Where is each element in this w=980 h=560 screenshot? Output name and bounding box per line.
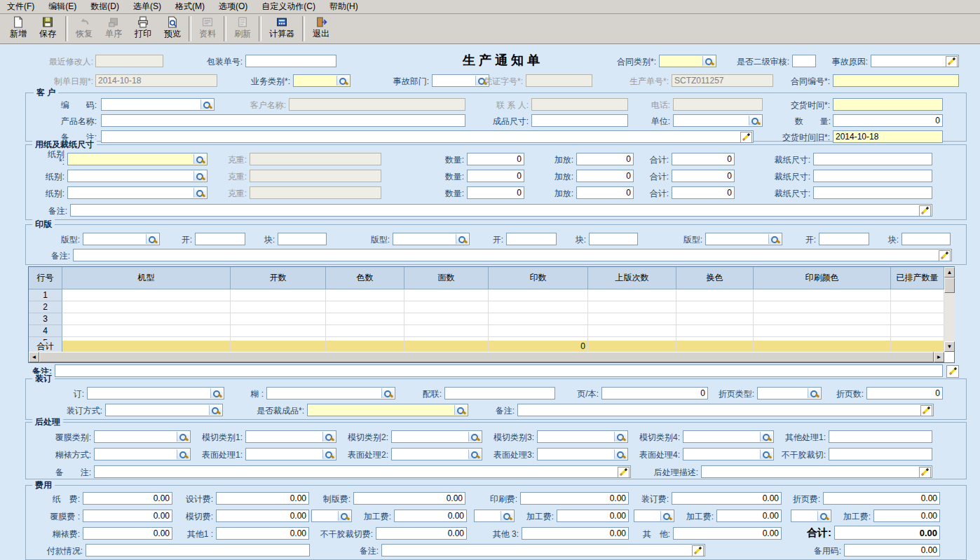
process2-fee-field[interactable]: 0.00 — [557, 510, 629, 522]
paper-total-field[interactable]: 0 — [672, 186, 735, 199]
menu-file[interactable]: 文件(F) — [0, 0, 41, 13]
package-no-field[interactable] — [245, 55, 336, 67]
contract-type-field[interactable] — [659, 55, 716, 67]
fees-remark-field[interactable] — [381, 544, 705, 556]
scroll-up-icon[interactable]: ▲ — [944, 267, 955, 278]
menu-format[interactable]: 格式(M) — [168, 0, 212, 13]
plate-type-field[interactable] — [83, 233, 160, 245]
fold-fee-field[interactable]: 0.00 — [823, 492, 940, 505]
diecut2-field[interactable] — [391, 430, 482, 443]
plate-block-field[interactable] — [278, 233, 327, 245]
edit-pencil-icon[interactable] — [919, 467, 931, 478]
lookup-icon[interactable] — [193, 188, 206, 198]
table-row[interactable]: 3 — [29, 313, 954, 325]
scroll-right-icon[interactable]: ► — [934, 352, 944, 362]
edit-pencil-icon[interactable] — [919, 205, 931, 217]
lookup-icon[interactable] — [209, 405, 222, 415]
lookup-icon[interactable] — [456, 234, 468, 244]
glue-field[interactable] — [266, 387, 395, 399]
lookup-icon[interactable] — [338, 511, 351, 521]
payment-field[interactable] — [86, 544, 310, 556]
edit-pencil-icon[interactable] — [939, 250, 951, 261]
product-name-field[interactable] — [101, 114, 465, 127]
paper-type-field[interactable] — [67, 170, 207, 182]
paper-remark-field[interactable] — [70, 204, 932, 217]
new-button[interactable]: 新增 — [4, 15, 32, 43]
paper-add-field[interactable]: 0 — [576, 170, 634, 182]
binding-fee-field[interactable]: 0.00 — [672, 492, 782, 505]
paper-type-field[interactable] — [67, 186, 207, 199]
lookup-icon[interactable] — [660, 511, 673, 521]
menu-data[interactable]: 数据(D) — [83, 0, 126, 13]
film-type-field[interactable] — [94, 430, 191, 443]
lookup-icon[interactable] — [193, 171, 206, 181]
staple-field[interactable] — [87, 387, 224, 399]
v-scroll-thumb[interactable] — [944, 278, 955, 293]
sticker-cut-field[interactable] — [829, 448, 932, 460]
calculator-button[interactable]: 计算器 — [264, 15, 300, 43]
lookup-icon[interactable] — [468, 449, 481, 459]
surface4-field[interactable] — [683, 448, 774, 460]
edit-pencil-icon[interactable] — [946, 365, 959, 378]
plate-type-field[interactable] — [705, 233, 782, 245]
menu-edit[interactable]: 编辑(E) — [41, 0, 83, 13]
paper-cut-field[interactable] — [813, 186, 932, 199]
diecut-fee-field[interactable]: 0.00 — [216, 510, 309, 522]
plate-block-field[interactable] — [589, 233, 638, 245]
paper-cut-field[interactable] — [813, 170, 932, 182]
plate-open-field[interactable] — [819, 233, 869, 245]
plate-open-field[interactable] — [195, 233, 245, 245]
table-row[interactable]: 4 — [29, 325, 954, 337]
paper-fee-field[interactable]: 0.00 — [83, 492, 172, 505]
table-row[interactable]: 1 — [29, 289, 954, 301]
lookup-icon[interactable] — [702, 56, 715, 66]
lookup-icon[interactable] — [177, 432, 189, 442]
accident-reason-field[interactable] — [871, 55, 959, 67]
lookup-icon[interactable] — [210, 388, 223, 398]
postprocess-desc-field[interactable] — [701, 465, 932, 478]
menu-help[interactable]: 帮助(H) — [322, 0, 365, 13]
design-fee-field[interactable]: 0.00 — [216, 492, 309, 505]
plate-block-field[interactable] — [901, 233, 951, 245]
print-button[interactable]: 打印 — [129, 15, 157, 43]
edit-pencil-icon[interactable] — [740, 132, 752, 143]
h-scroll-thumb[interactable] — [39, 352, 934, 362]
process3-fee-field[interactable]: 0.00 — [716, 510, 782, 522]
paper-total-field[interactable]: 0 — [672, 153, 735, 165]
lookup-icon[interactable] — [768, 234, 781, 244]
fold-count-field[interactable]: 0 — [866, 387, 943, 399]
paper-cut-field[interactable] — [813, 153, 932, 165]
menu-form[interactable]: 选单(S) — [126, 0, 168, 13]
menu-custom-action[interactable]: 自定义动作(C) — [254, 0, 322, 13]
lookup-icon[interactable] — [322, 432, 335, 442]
process4-type-field[interactable] — [791, 510, 831, 522]
process4-fee-field[interactable]: 0.00 — [873, 510, 940, 522]
collate-field[interactable] — [444, 387, 555, 399]
quantity-field[interactable]: 0 — [833, 114, 943, 127]
mount-fee-field[interactable]: 0.00 — [83, 527, 172, 540]
pages-per-book-field[interactable]: 0 — [601, 387, 708, 399]
menu-options[interactable]: 选项(O) — [212, 0, 254, 13]
business-type-field[interactable] — [293, 74, 351, 87]
other-fee-field[interactable]: 0.00 — [673, 527, 782, 540]
plate-type-field[interactable] — [393, 233, 470, 245]
diecut3-field[interactable] — [537, 430, 628, 443]
unit-field[interactable] — [673, 114, 763, 127]
plate-open-field[interactable] — [506, 233, 557, 245]
paper-qty-field[interactable]: 0 — [467, 170, 524, 182]
edit-pencil-icon[interactable] — [692, 545, 704, 556]
paper-add-field[interactable]: 0 — [576, 186, 634, 199]
plate-fee-field[interactable]: 0.00 — [353, 492, 465, 505]
edit-pencil-icon[interactable] — [618, 467, 629, 478]
process2-type-field[interactable] — [474, 510, 515, 522]
process3-type-field[interactable] — [634, 510, 674, 522]
plate-remark-field[interactable] — [73, 249, 952, 261]
process1-type-field[interactable] — [311, 510, 352, 522]
cut-product-field[interactable] — [307, 404, 468, 416]
postprocess-remark-field[interactable] — [94, 465, 631, 478]
paper-qty-field[interactable]: 0 — [467, 153, 524, 165]
customer-code-field[interactable] — [101, 98, 215, 111]
paper-total-field[interactable]: 0 — [672, 170, 735, 182]
lookup-icon[interactable] — [381, 388, 394, 398]
other3-fee-field[interactable]: 0.00 — [522, 527, 629, 540]
